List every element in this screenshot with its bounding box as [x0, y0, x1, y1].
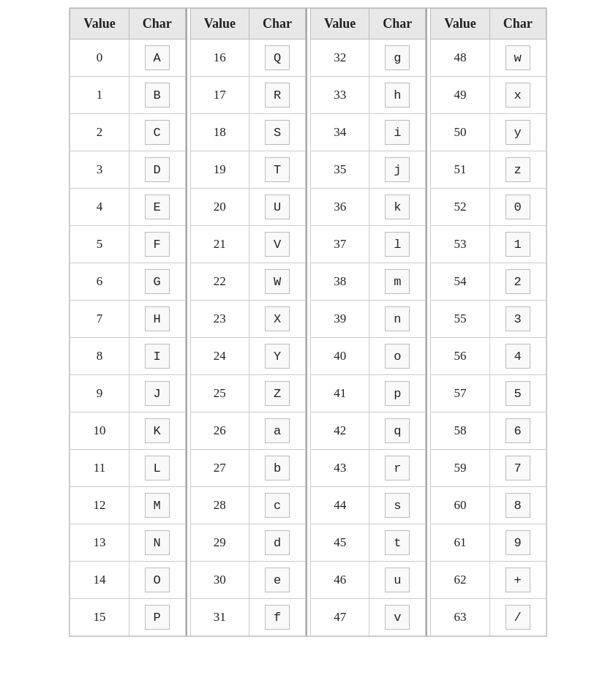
row-6-value: 38 [311, 263, 369, 301]
table-row: 5F [70, 226, 185, 263]
table-1: ValueChar0A1B2C3D4E5F6G7H8I9J10K11L12M13… [70, 8, 185, 636]
table-row: 9J [70, 375, 185, 412]
row-1-char: B [129, 77, 185, 114]
row-9-char: J [129, 375, 185, 412]
char-box: p [385, 381, 410, 406]
table-row: 25Z [190, 375, 305, 412]
row-13-value: 61 [431, 524, 489, 562]
table-row: 2C [70, 114, 185, 151]
row-14-char: u [369, 562, 426, 599]
table-section-3: ValueChar32g33h34i35j36k37l38m39n40o41p4… [310, 8, 426, 636]
table-row: 608 [431, 487, 546, 524]
char-box: m [385, 269, 410, 294]
table-row: 39n [311, 301, 426, 338]
char-box: f [265, 605, 290, 630]
char-box: V [265, 232, 290, 257]
row-3-char: D [129, 151, 185, 189]
row-11-char: r [369, 450, 426, 487]
row-2-value: 34 [311, 114, 369, 151]
table-row: 37l [311, 226, 426, 263]
row-4-char: 0 [489, 189, 546, 226]
table-row: 553 [431, 301, 546, 338]
char-box: b [265, 456, 290, 480]
char-box: B [145, 83, 170, 108]
char-box: Z [265, 381, 290, 406]
row-8-value: 56 [431, 338, 489, 375]
char-box: O [145, 568, 170, 592]
char-box: e [265, 568, 290, 592]
char-box: 8 [506, 493, 530, 518]
char-box: 3 [506, 306, 530, 331]
row-12-value: 28 [190, 487, 249, 524]
char-box: 5 [506, 381, 530, 406]
char-box: H [145, 306, 170, 331]
row-5-value: 37 [311, 226, 369, 263]
table-row: 35j [311, 151, 426, 189]
row-15-value: 15 [70, 599, 129, 636]
row-0-char: A [129, 39, 185, 77]
char-box: t [385, 530, 410, 555]
row-3-value: 3 [70, 151, 129, 189]
table-row: 0A [70, 39, 185, 77]
row-15-value: 31 [190, 599, 249, 636]
char-box: S [265, 120, 290, 145]
row-3-char: T [249, 151, 306, 189]
row-13-char: t [369, 524, 426, 562]
row-4-char: E [129, 189, 185, 226]
row-12-char: s [369, 487, 426, 524]
table-row: 3D [70, 151, 185, 189]
table-row: 586 [431, 412, 546, 450]
row-14-value: 14 [70, 562, 129, 599]
row-3-value: 19 [190, 151, 249, 189]
table-row: 42q [311, 412, 426, 450]
row-7-char: H [129, 301, 185, 338]
char-box: k [385, 195, 410, 219]
row-15-char: v [369, 599, 426, 636]
row-14-value: 62 [431, 562, 489, 599]
table-row: 34i [311, 114, 426, 151]
row-4-value: 20 [190, 189, 249, 226]
char-box: D [145, 157, 170, 182]
row-13-value: 45 [311, 524, 369, 562]
row-2-value: 50 [431, 114, 489, 151]
row-0-value: 0 [70, 39, 129, 77]
row-7-char: 3 [489, 301, 546, 338]
char-box: x [506, 83, 530, 108]
char-box: U [265, 195, 290, 219]
char-box: h [385, 83, 410, 108]
row-0-char: w [489, 39, 546, 77]
table-row: 45t [311, 524, 426, 562]
char-box: z [506, 157, 530, 182]
row-4-value: 36 [311, 189, 369, 226]
row-14-char: + [489, 562, 546, 599]
row-1-char: x [489, 77, 546, 114]
row-10-value: 10 [70, 412, 129, 450]
row-6-value: 54 [431, 263, 489, 301]
row-9-value: 57 [431, 375, 489, 412]
char-box: q [385, 418, 410, 443]
table-section-2: ValueChar16Q17R18S19T20U21V22W23X24Y25Z2… [190, 8, 306, 636]
row-13-char: d [249, 524, 306, 562]
table-row: 40o [311, 338, 426, 375]
table-row: 33h [311, 77, 426, 114]
table-2: ValueChar16Q17R18S19T20U21V22W23X24Y25Z2… [190, 8, 306, 636]
row-12-char: c [249, 487, 306, 524]
table-row: 520 [431, 189, 546, 226]
row-11-value: 43 [311, 450, 369, 487]
row-10-value: 42 [311, 412, 369, 450]
row-12-value: 12 [70, 487, 129, 524]
table-row: 21V [190, 226, 305, 263]
table-row: 619 [431, 524, 546, 562]
table-row: 575 [431, 375, 546, 412]
char-box: 0 [506, 195, 530, 219]
char-box: 4 [506, 344, 530, 369]
char-box: o [385, 344, 410, 369]
char-box: / [506, 605, 530, 630]
table-row: 30e [190, 562, 305, 599]
table-row: 13N [70, 524, 185, 562]
row-7-value: 23 [190, 301, 249, 338]
row-8-value: 24 [190, 338, 249, 375]
table-row: 15P [70, 599, 185, 636]
row-7-char: n [369, 301, 426, 338]
row-9-char: Z [249, 375, 306, 412]
